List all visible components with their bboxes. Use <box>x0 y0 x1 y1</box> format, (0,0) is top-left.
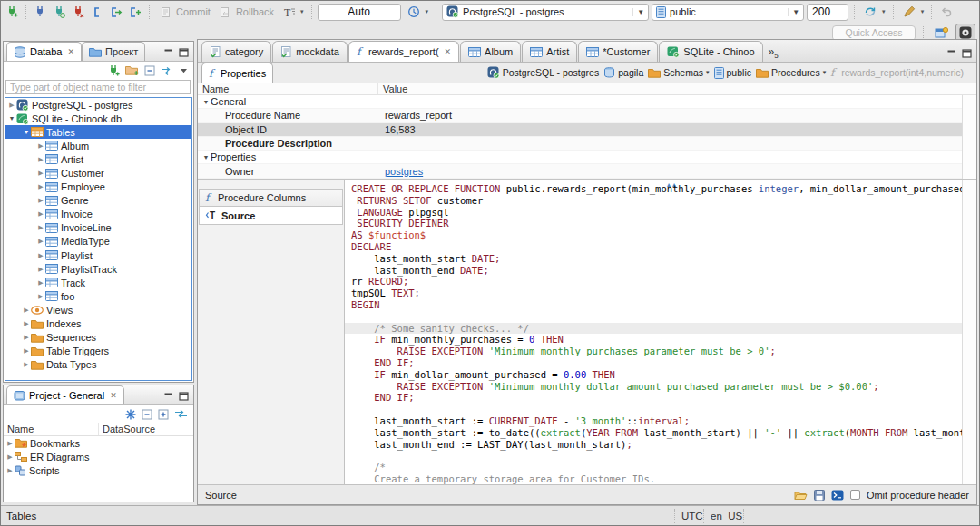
tab-overflow-indicator[interactable]: »5 <box>764 45 783 62</box>
object-filter-input[interactable] <box>5 80 191 94</box>
maximize-icon[interactable] <box>961 48 973 58</box>
tree-item-indexes[interactable]: ▶Indexes <box>5 317 191 331</box>
editor-tab-mockdata[interactable]: mockdata <box>272 41 348 62</box>
tree-expander[interactable]: ▶ <box>5 440 15 447</box>
editor-tab-rewards-report[interactable]: frewards_report(✕ <box>348 41 459 62</box>
new-folder-icon[interactable] <box>125 65 139 76</box>
project-item-bookmarks[interactable]: ▶Bookmarks <box>4 436 193 450</box>
editor-tab-customer[interactable]: *Customer <box>578 41 658 62</box>
tree-item-invoiceline[interactable]: ▶InvoiceLine <box>5 221 191 235</box>
minimize-icon[interactable] <box>946 48 957 58</box>
expand-all-icon[interactable] <box>158 409 169 420</box>
project-item-er-diagrams[interactable]: ▶ER Diagrams <box>4 450 193 463</box>
property-row-general[interactable]: ▼General <box>198 95 976 109</box>
open-sql-script-icon[interactable] <box>108 4 124 20</box>
close-icon[interactable]: ✕ <box>67 47 74 56</box>
column-header-name[interactable]: Name <box>4 423 99 435</box>
breadcrumb-item-pagila[interactable]: pagila <box>603 67 643 78</box>
gear-icon[interactable] <box>125 409 136 420</box>
side-tab-source[interactable]: TSource <box>199 207 343 225</box>
property-row-procedure-name[interactable]: Procedure Namerewards_report <box>198 109 976 122</box>
breadcrumb-item-schemas[interactable]: Schemas▾ <box>648 67 709 78</box>
column-header-datasource[interactable]: DataSource <box>99 423 159 435</box>
maximize-icon[interactable] <box>178 391 190 401</box>
tree-expander[interactable]: ▶ <box>36 224 45 231</box>
tree-item-sequences[interactable]: ▶Sequences <box>5 331 191 345</box>
tree-item-data-types[interactable]: ▶Data Types <box>5 358 191 372</box>
close-icon[interactable]: ✕ <box>445 47 452 56</box>
editor-tab-sqlite-chinoo[interactable]: SQLite - Chinoo <box>659 41 762 62</box>
source-code[interactable]: CREATE OR REPLACE FUNCTION public.reward… <box>345 183 962 484</box>
property-row-object-id[interactable]: Object ID16,583 <box>198 123 976 137</box>
txn-history-button[interactable]: ▾ <box>404 4 431 20</box>
column-header-value[interactable]: Value <box>378 83 412 94</box>
tree-item-track[interactable]: ▶Track <box>5 276 191 289</box>
tree-item-postgresql-postgres[interactable]: ▶PostgreSQL - postgres <box>5 98 191 112</box>
tree-expander[interactable]: ▶ <box>5 467 15 474</box>
property-row-properties[interactable]: ▼Properties <box>198 151 976 164</box>
collapse-all-icon[interactable] <box>142 409 152 420</box>
tree-item-employee[interactable]: ▶Employee <box>5 180 191 194</box>
link-editor-icon[interactable] <box>174 409 188 419</box>
new-connection-icon[interactable] <box>107 64 120 77</box>
breadcrumb-item-procedures[interactable]: Procedures▾ <box>756 67 826 78</box>
tree-expander[interactable]: ▶ <box>36 252 45 259</box>
tree-expander[interactable]: ▶ <box>22 334 31 341</box>
fetch-size-input[interactable] <box>807 4 848 21</box>
new-connection-icon[interactable] <box>4 4 20 20</box>
tree-expander[interactable]: ▶ <box>36 279 45 287</box>
save-icon[interactable] <box>814 490 825 501</box>
link-editor-icon[interactable] <box>161 66 174 76</box>
refresh-button[interactable]: ▾ <box>860 4 887 20</box>
tree-item-playlisttrack[interactable]: ▶PlaylistTrack <box>5 262 191 276</box>
rollback-button[interactable]: Rollback <box>215 4 276 20</box>
reconnect-icon[interactable] <box>51 4 67 20</box>
editor-tab-category[interactable]: category <box>201 41 271 62</box>
editor-tab-artist[interactable]: Artist <box>522 41 577 62</box>
side-tab-procedure-columns[interactable]: fProcedure Columns <box>199 189 343 207</box>
tree-item-invoice[interactable]: ▶Invoice <box>5 208 191 221</box>
tab-projects[interactable]: Проект <box>82 42 145 61</box>
tree-expander[interactable]: ▶ <box>22 347 31 355</box>
tree-expander[interactable]: ▶ <box>36 170 45 177</box>
source-viewer[interactable]: ▴▴ CREATE OR REPLACE FUNCTION public.rew… <box>345 180 976 484</box>
quick-access-box[interactable]: Quick Access <box>832 25 916 41</box>
source-scrollbar[interactable] <box>962 180 976 484</box>
view-menu-icon[interactable] <box>180 68 188 73</box>
folder-open-icon[interactable] <box>794 490 808 501</box>
minimize-icon[interactable] <box>162 47 174 57</box>
txn-filter-button[interactable]: T ▾ <box>279 4 306 20</box>
collapse-all-icon[interactable] <box>144 65 155 76</box>
breadcrumb-item-postgresql-postgres[interactable]: PostgreSQL - postgres <box>487 66 599 79</box>
tree-item-sqlite-chinook-db[interactable]: ▼SQLite - Chinook.db <box>5 112 191 125</box>
txn-mode-combo[interactable]: Auto <box>318 4 401 21</box>
tree-item-genre[interactable]: ▶Genre <box>5 194 191 208</box>
schema-combo[interactable]: public ▼ <box>652 4 804 21</box>
tree-item-table-triggers[interactable]: ▶Table Triggers <box>5 345 191 358</box>
tree-expander[interactable]: ▶ <box>36 142 45 150</box>
disconnect-icon[interactable] <box>70 4 86 20</box>
close-icon[interactable]: ✕ <box>110 391 117 400</box>
tree-expander[interactable]: ▶ <box>36 266 45 273</box>
chevron-down-icon[interactable]: ▾ <box>706 69 710 76</box>
editor-tab-album[interactable]: Album <box>460 41 521 62</box>
tree-item-customer[interactable]: ▶Customer <box>5 166 191 180</box>
chevron-down-icon[interactable]: ▼ <box>788 8 799 16</box>
tree-expander[interactable]: ▶ <box>36 210 45 218</box>
property-row-procedure-description[interactable]: Procedure Description <box>198 137 976 151</box>
chevron-down-icon[interactable]: ▾ <box>823 69 827 76</box>
timezone-indicator[interactable]: UTC <box>681 506 703 526</box>
tree-expander[interactable]: ▶ <box>36 183 45 190</box>
tree-expander[interactable]: ▶ <box>36 293 45 300</box>
locale-indicator[interactable]: en_US <box>710 506 742 526</box>
new-sql-editor-icon[interactable] <box>127 4 143 20</box>
tree-item-tables[interactable]: ▼Tables <box>5 125 191 139</box>
tree-item-views[interactable]: ▶Views <box>5 303 191 317</box>
connect-icon[interactable] <box>32 4 48 20</box>
column-header-name[interactable]: Name <box>198 83 378 94</box>
chevron-down-icon[interactable]: ▼ <box>632 8 644 16</box>
omit-header-checkbox[interactable] <box>850 490 860 500</box>
tree-item-playlist[interactable]: ▶Playlist <box>5 248 191 262</box>
maximize-icon[interactable] <box>178 47 190 57</box>
project-item-scripts[interactable]: ▶Scripts <box>4 464 193 478</box>
